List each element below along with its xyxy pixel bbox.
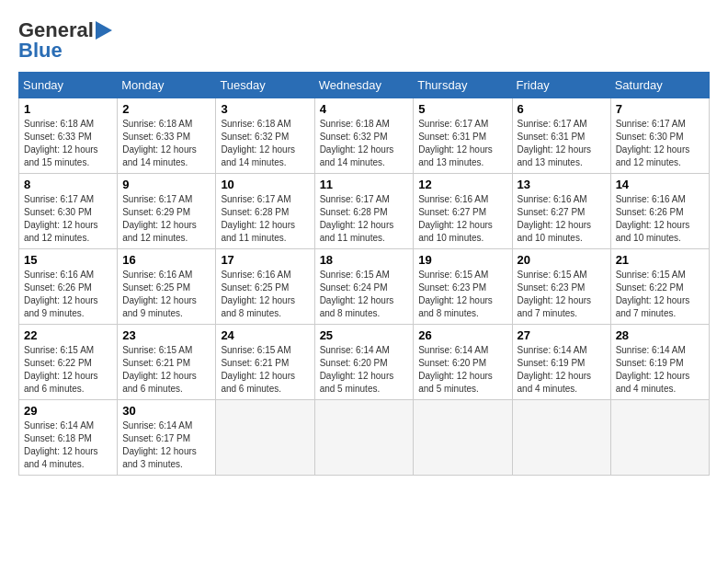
day-number: 5 — [418, 102, 506, 116]
calendar-cell: 3Sunrise: 6:18 AMSunset: 6:32 PMDaylight… — [216, 98, 314, 174]
day-number: 20 — [518, 253, 606, 267]
day-number: 11 — [320, 178, 409, 191]
calendar-week-row: 22Sunrise: 6:15 AMSunset: 6:22 PMDayligh… — [19, 325, 710, 400]
calendar-cell: 6Sunrise: 6:17 AMSunset: 6:31 PMDaylight… — [512, 98, 610, 174]
day-number: 18 — [320, 253, 409, 267]
day-info: Sunrise: 6:17 AMSunset: 6:30 PMDaylight:… — [24, 193, 112, 245]
logo: General Blue — [18, 18, 112, 63]
day-number: 7 — [616, 102, 704, 116]
calendar-cell: 2Sunrise: 6:18 AMSunset: 6:33 PMDaylight… — [118, 98, 216, 174]
day-number: 4 — [320, 102, 409, 116]
calendar-cell: 4Sunrise: 6:18 AMSunset: 6:32 PMDaylight… — [314, 98, 414, 174]
calendar-cell: 9Sunrise: 6:17 AMSunset: 6:29 PMDaylight… — [118, 174, 216, 249]
calendar-cell: 24Sunrise: 6:15 AMSunset: 6:21 PMDayligh… — [216, 325, 314, 400]
weekday-header-monday: Monday — [118, 73, 216, 98]
day-number: 2 — [122, 102, 210, 116]
calendar-week-row: 1Sunrise: 6:18 AMSunset: 6:33 PMDaylight… — [19, 98, 710, 174]
day-info: Sunrise: 6:14 AMSunset: 6:19 PMDaylight:… — [518, 344, 606, 396]
calendar-cell: 26Sunrise: 6:14 AMSunset: 6:20 PMDayligh… — [414, 325, 512, 400]
day-number: 21 — [616, 253, 704, 267]
day-info: Sunrise: 6:15 AMSunset: 6:21 PMDaylight:… — [221, 344, 309, 396]
day-info: Sunrise: 6:16 AMSunset: 6:25 PMDaylight:… — [221, 269, 309, 320]
day-number: 16 — [122, 253, 210, 267]
day-info: Sunrise: 6:16 AMSunset: 6:27 PMDaylight:… — [518, 193, 606, 245]
calendar-week-row: 29Sunrise: 6:14 AMSunset: 6:18 PMDayligh… — [19, 400, 710, 476]
calendar-week-row: 15Sunrise: 6:16 AMSunset: 6:26 PMDayligh… — [19, 249, 710, 325]
day-info: Sunrise: 6:15 AMSunset: 6:23 PMDaylight:… — [518, 269, 606, 320]
day-info: Sunrise: 6:17 AMSunset: 6:31 PMDaylight:… — [518, 118, 606, 169]
calendar-week-row: 8Sunrise: 6:17 AMSunset: 6:30 PMDaylight… — [19, 174, 710, 249]
day-info: Sunrise: 6:15 AMSunset: 6:21 PMDaylight:… — [122, 344, 210, 396]
day-info: Sunrise: 6:14 AMSunset: 6:20 PMDaylight:… — [418, 344, 506, 396]
day-info: Sunrise: 6:17 AMSunset: 6:29 PMDaylight:… — [122, 193, 210, 245]
day-info: Sunrise: 6:15 AMSunset: 6:24 PMDaylight:… — [320, 269, 409, 320]
calendar-cell: 5Sunrise: 6:17 AMSunset: 6:31 PMDaylight… — [414, 98, 512, 174]
logo-arrow-icon — [96, 21, 112, 40]
weekday-header-thursday: Thursday — [414, 73, 512, 98]
day-info: Sunrise: 6:16 AMSunset: 6:26 PMDaylight:… — [616, 193, 704, 245]
calendar-cell — [314, 400, 414, 476]
day-number: 9 — [122, 178, 210, 191]
day-info: Sunrise: 6:15 AMSunset: 6:22 PMDaylight:… — [24, 344, 112, 396]
calendar-cell: 8Sunrise: 6:17 AMSunset: 6:30 PMDaylight… — [19, 174, 118, 249]
weekday-header-saturday: Saturday — [610, 73, 709, 98]
day-info: Sunrise: 6:18 AMSunset: 6:32 PMDaylight:… — [320, 118, 409, 169]
day-info: Sunrise: 6:15 AMSunset: 6:23 PMDaylight:… — [418, 269, 506, 320]
calendar-cell: 21Sunrise: 6:15 AMSunset: 6:22 PMDayligh… — [610, 249, 709, 325]
calendar-cell: 11Sunrise: 6:17 AMSunset: 6:28 PMDayligh… — [314, 174, 414, 249]
day-info: Sunrise: 6:14 AMSunset: 6:18 PMDaylight:… — [24, 419, 112, 471]
day-number: 6 — [518, 102, 606, 116]
calendar-cell: 13Sunrise: 6:16 AMSunset: 6:27 PMDayligh… — [512, 174, 610, 249]
calendar-cell: 15Sunrise: 6:16 AMSunset: 6:26 PMDayligh… — [19, 249, 118, 325]
calendar-cell: 17Sunrise: 6:16 AMSunset: 6:25 PMDayligh… — [216, 249, 314, 325]
day-info: Sunrise: 6:14 AMSunset: 6:17 PMDaylight:… — [122, 419, 210, 471]
calendar-cell: 23Sunrise: 6:15 AMSunset: 6:21 PMDayligh… — [118, 325, 216, 400]
calendar-body: 1Sunrise: 6:18 AMSunset: 6:33 PMDaylight… — [19, 98, 710, 476]
weekday-header-friday: Friday — [512, 73, 610, 98]
day-number: 1 — [24, 102, 112, 116]
calendar-cell: 14Sunrise: 6:16 AMSunset: 6:26 PMDayligh… — [610, 174, 709, 249]
day-info: Sunrise: 6:17 AMSunset: 6:28 PMDaylight:… — [320, 193, 409, 245]
day-info: Sunrise: 6:17 AMSunset: 6:30 PMDaylight:… — [616, 118, 704, 169]
day-number: 23 — [122, 328, 210, 342]
calendar-cell — [216, 400, 314, 476]
day-number: 12 — [418, 178, 506, 191]
calendar-cell: 1Sunrise: 6:18 AMSunset: 6:33 PMDaylight… — [19, 98, 118, 174]
day-info: Sunrise: 6:16 AMSunset: 6:25 PMDaylight:… — [122, 269, 210, 320]
day-number: 19 — [418, 253, 506, 267]
calendar-cell: 29Sunrise: 6:14 AMSunset: 6:18 PMDayligh… — [19, 400, 118, 476]
calendar-cell: 25Sunrise: 6:14 AMSunset: 6:20 PMDayligh… — [314, 325, 414, 400]
calendar-cell: 19Sunrise: 6:15 AMSunset: 6:23 PMDayligh… — [414, 249, 512, 325]
day-number: 17 — [221, 253, 309, 267]
day-number: 13 — [518, 178, 606, 191]
calendar-cell: 12Sunrise: 6:16 AMSunset: 6:27 PMDayligh… — [414, 174, 512, 249]
weekday-header-wednesday: Wednesday — [314, 73, 414, 98]
weekday-header-sunday: Sunday — [19, 73, 118, 98]
day-number: 24 — [221, 328, 309, 342]
day-number: 15 — [24, 253, 112, 267]
day-number: 14 — [616, 178, 704, 191]
day-number: 8 — [24, 178, 112, 191]
weekday-header-tuesday: Tuesday — [216, 73, 314, 98]
logo-blue: Blue — [18, 39, 63, 63]
day-info: Sunrise: 6:18 AMSunset: 6:32 PMDaylight:… — [221, 118, 309, 169]
calendar-cell: 30Sunrise: 6:14 AMSunset: 6:17 PMDayligh… — [118, 400, 216, 476]
day-info: Sunrise: 6:15 AMSunset: 6:22 PMDaylight:… — [616, 269, 704, 320]
day-number: 27 — [518, 328, 606, 342]
day-number: 22 — [24, 328, 112, 342]
day-number: 28 — [616, 328, 704, 342]
day-info: Sunrise: 6:14 AMSunset: 6:20 PMDaylight:… — [320, 344, 409, 396]
day-info: Sunrise: 6:17 AMSunset: 6:28 PMDaylight:… — [221, 193, 309, 245]
calendar-cell: 22Sunrise: 6:15 AMSunset: 6:22 PMDayligh… — [19, 325, 118, 400]
calendar-table: SundayMondayTuesdayWednesdayThursdayFrid… — [18, 72, 710, 476]
calendar-cell: 16Sunrise: 6:16 AMSunset: 6:25 PMDayligh… — [118, 249, 216, 325]
calendar-cell: 7Sunrise: 6:17 AMSunset: 6:30 PMDaylight… — [610, 98, 709, 174]
calendar-cell — [512, 400, 610, 476]
page-header: General Blue — [18, 18, 710, 63]
day-info: Sunrise: 6:17 AMSunset: 6:31 PMDaylight:… — [418, 118, 506, 169]
day-number: 3 — [221, 102, 309, 116]
calendar-cell — [610, 400, 709, 476]
day-info: Sunrise: 6:16 AMSunset: 6:27 PMDaylight:… — [418, 193, 506, 245]
calendar-cell: 10Sunrise: 6:17 AMSunset: 6:28 PMDayligh… — [216, 174, 314, 249]
calendar-header-row: SundayMondayTuesdayWednesdayThursdayFrid… — [19, 73, 710, 98]
